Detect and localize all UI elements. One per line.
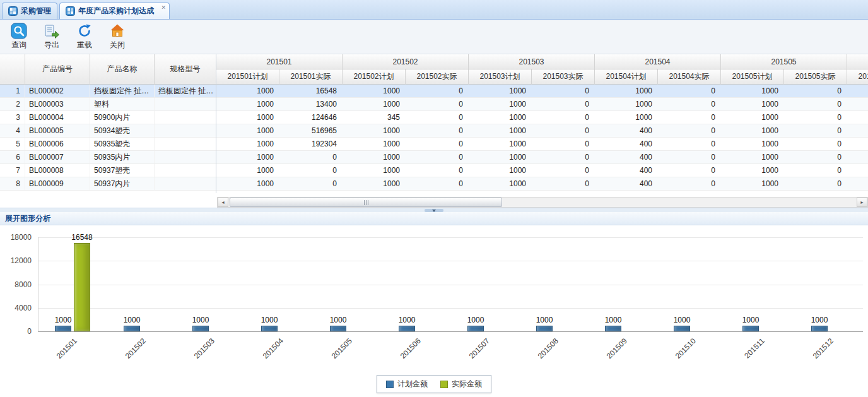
cell-value: 0 (406, 98, 469, 110)
column-header-product-code[interactable]: 产品编号 (25, 54, 90, 84)
column-header-rownumber[interactable] (0, 54, 25, 84)
bar-plan-201508[interactable] (536, 326, 553, 331)
column-header-201502实际[interactable]: 201502实际 (406, 69, 469, 85)
export-button[interactable]: 导出 (38, 21, 66, 52)
tab-label: 采购管理 (21, 6, 51, 16)
table-row[interactable]: 6BL00000750935内片 (0, 151, 216, 164)
bar-plan-201510[interactable] (674, 326, 690, 331)
column-group-201502[interactable]: 201502 (343, 54, 469, 69)
column-group-201503[interactable]: 201503 (469, 54, 595, 69)
table-row[interactable]: 2BL000003塑料 (0, 98, 216, 111)
tab-close-icon[interactable]: ✕ (161, 4, 166, 11)
cell-value: 0 (532, 111, 595, 124)
button-label: 重载 (77, 40, 92, 50)
table-row[interactable]: 1BL000002挡板固定件 扯…挡板固定件 扯… (0, 85, 216, 98)
product-code: BL000008 (25, 164, 90, 177)
grid-main: 产品编号 产品名称 规格型号 1BL000002挡板固定件 扯…挡板固定件 扯…… (0, 54, 868, 193)
bar-plan-201507[interactable] (467, 326, 484, 331)
cell-value: 0 (279, 164, 343, 177)
column-header-201501实际[interactable]: 201501实际 (279, 69, 343, 85)
legend-item-plan[interactable]: 计划金额 (386, 379, 428, 389)
table-row-values[interactable]: 10001654810000100001000010000 (216, 85, 868, 98)
tab-procurement-management[interactable]: 采购管理 (2, 3, 57, 19)
cell-value: 1000 (343, 98, 406, 110)
column-header-201504实际[interactable]: 201504实际 (658, 69, 721, 85)
bar-plan-201509[interactable] (605, 326, 621, 331)
chart-section-header[interactable]: 展开图形分析 (0, 212, 868, 225)
table-row-values[interactable]: 10001246463450100001000010000 (216, 111, 868, 124)
bar-plan-201511[interactable] (742, 326, 759, 331)
column-header-201503实际[interactable]: 201503实际 (532, 69, 595, 85)
cell-value: 124646 (279, 111, 343, 124)
close-button[interactable]: 关闭 (103, 21, 131, 52)
cell-value: 400 (595, 124, 658, 137)
bar-plan-201503[interactable] (192, 326, 209, 331)
column-header-201503计划[interactable]: 201503计划 (469, 69, 532, 85)
data-grid: 产品编号 产品名称 规格型号 1BL000002挡板固定件 扯…挡板固定件 扯…… (0, 54, 868, 208)
bar-plan-201505[interactable] (330, 326, 346, 331)
tab-bar: 采购管理 年度产品采购计划达成 ✕ (0, 0, 868, 20)
column-header-201504计划[interactable]: 201504计划 (595, 69, 658, 85)
cell-value: 0 (658, 164, 721, 177)
tab-label: 年度产品采购计划达成 (78, 6, 154, 16)
table-row-values[interactable]: 10001923041000010000400010000 (216, 138, 868, 151)
table-row[interactable]: 4BL00000550934塑壳 (0, 124, 216, 138)
column-header-spec-model[interactable]: 规格型号 (155, 54, 216, 84)
y-axis-label: 18000 (11, 233, 32, 242)
bar-plan-201512[interactable] (811, 326, 828, 331)
cell-value: 1000 (343, 138, 406, 150)
column-group-201501[interactable]: 201501 (216, 54, 343, 69)
horizontal-scrollbar[interactable]: ◄ ► (217, 197, 868, 208)
plan-value-label: 1000 (55, 316, 72, 324)
column-header-201501计划[interactable]: 201501计划 (216, 69, 279, 85)
table-row[interactable]: 7BL00000850937塑壳 (0, 164, 216, 177)
table-row-values[interactable]: 10001340010000100001000010000 (216, 98, 868, 111)
collapse-handle-icon[interactable] (425, 209, 443, 212)
bar-plan-201501[interactable] (55, 326, 71, 331)
grid-sub-header: 201501计划201501实际201502计划201502实际201503计划… (216, 69, 868, 85)
x-axis-label: 201508 (523, 336, 560, 374)
column-group-201505[interactable]: 201505 (721, 54, 847, 69)
column-group-201506[interactable]: 201506 (847, 54, 868, 69)
column-group-201504[interactable]: 201504 (595, 54, 721, 69)
column-header-201506计划[interactable]: 201506计划 (847, 69, 868, 85)
column-header-201505计划[interactable]: 201505计划 (721, 69, 784, 85)
table-row-values[interactable]: 100001000010000400010000 (216, 177, 868, 191)
cell-value: 1000 (216, 124, 279, 137)
bar-plan-201506[interactable] (399, 326, 415, 331)
table-row-values[interactable]: 10005169651000010000400010000 (216, 124, 868, 138)
query-button[interactable]: 查询 (5, 21, 33, 52)
reload-button[interactable]: 重载 (71, 21, 98, 52)
cell-value: 0 (406, 164, 469, 177)
cell-value: 1000 (721, 98, 784, 110)
table-row[interactable]: 3BL00000450900内片 (0, 111, 216, 124)
scroll-left-arrow-icon[interactable]: ◄ (218, 198, 228, 207)
product-spec (155, 151, 216, 163)
table-row[interactable]: 8BL00000950937内片 (0, 177, 216, 191)
bar-plan-201502[interactable] (124, 326, 140, 331)
column-header-product-name[interactable]: 产品名称 (90, 54, 155, 84)
cell-value: 0 (279, 151, 343, 163)
x-axis-label: 201502 (110, 336, 148, 374)
chart-gridline (38, 308, 863, 309)
actual-value-label: 16548 (71, 233, 92, 242)
bar-actual-201501[interactable] (74, 243, 90, 331)
table-row[interactable]: 5BL00000650935塑壳 (0, 138, 216, 151)
column-header-201502计划[interactable]: 201502计划 (343, 69, 406, 85)
legend-item-actual[interactable]: 实际金额 (440, 379, 482, 389)
scroll-right-arrow-icon[interactable]: ► (857, 198, 867, 207)
cell-value: 1000 (721, 164, 784, 177)
scrollbar-track[interactable] (228, 198, 857, 207)
table-row-values[interactable]: 100001000010000400010000 (216, 164, 868, 177)
panel-splitter[interactable] (0, 208, 868, 212)
column-header-201505实际[interactable]: 201505实际 (784, 69, 847, 85)
scrollbar-thumb[interactable] (230, 198, 502, 207)
product-name: 50900内片 (90, 111, 155, 124)
tab-annual-purchase-plan[interactable]: 年度产品采购计划达成 ✕ (59, 3, 170, 19)
cell-value: 0 (784, 124, 847, 137)
bar-plan-201504[interactable] (261, 326, 278, 331)
table-row-values[interactable]: 100001000010000400010000 (216, 151, 868, 164)
cell-value: 0 (658, 177, 721, 190)
cell-value (847, 85, 868, 97)
product-spec (155, 124, 216, 137)
